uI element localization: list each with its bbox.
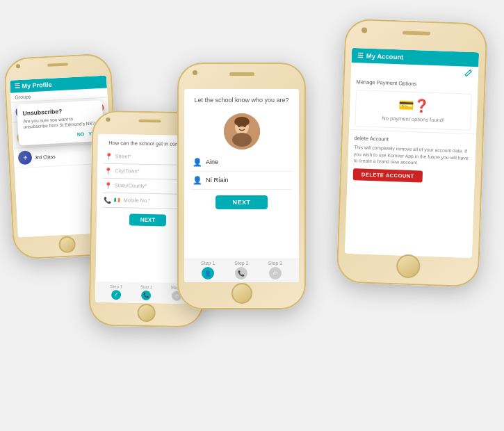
phone-my-account: ☰ My Account Manage Payment Options 💳❓ N… xyxy=(336,19,487,288)
step-1: Step 1 👤 xyxy=(201,261,215,279)
next-button[interactable]: NEXT xyxy=(216,195,267,209)
state-placeholder: State/County xyxy=(115,182,147,189)
delete-account-button[interactable]: DELETE ACCOUNT xyxy=(353,168,423,182)
avatar: ⚜ xyxy=(18,150,33,165)
street-placeholder: Street xyxy=(115,153,131,159)
phone1-home-button[interactable] xyxy=(58,236,76,253)
svg-point-2 xyxy=(232,133,252,147)
next-button[interactable]: NEXT xyxy=(129,213,167,226)
phone2-home-button[interactable] xyxy=(137,304,155,322)
phone4-hamburger-icon: ☰ xyxy=(357,51,364,59)
phone3-home-button[interactable] xyxy=(231,283,252,304)
payment-icon: 💳❓ xyxy=(361,96,466,115)
person-icon: 👤 xyxy=(193,176,202,185)
phone1-hamburger-icon: ☰ xyxy=(14,83,20,90)
identity-question: Let the school know who you are? xyxy=(184,89,299,109)
phone-icon: 📞 xyxy=(104,197,111,204)
last-name-field[interactable]: 👤 Ní Ríain xyxy=(191,172,292,190)
phone4-camera xyxy=(361,27,367,33)
flag-icon: 🇮🇪 xyxy=(114,197,120,203)
step3-label: Step 3 xyxy=(268,261,282,266)
dialog-buttons: NO YES xyxy=(24,131,98,140)
scene: ☰ My Profile Groups ⚜ St Edmond's NS − 🏅… xyxy=(0,0,504,431)
phone2-speaker xyxy=(138,120,161,123)
dialog-text: Are you sure you want to unsubscribe fro… xyxy=(23,115,98,130)
phone4-home-button[interactable] xyxy=(396,254,420,278)
phone4-content: ☰ My Account Manage Payment Options 💳❓ N… xyxy=(345,48,479,258)
phone2-camera xyxy=(106,117,110,122)
location-icon: 📍 xyxy=(104,168,112,174)
step-2: Step 2 📞 xyxy=(234,261,248,279)
step1-circle: 👤 xyxy=(202,267,214,279)
steps-indicator: Step 1 👤 Step 2 📞 Step 3 ⏱ xyxy=(184,258,299,282)
phone4-speaker xyxy=(402,31,430,35)
phone1-speaker xyxy=(47,63,68,67)
first-name-value: Aine xyxy=(206,158,218,165)
location-icon: 📍 xyxy=(104,153,112,160)
step1-label: Step 1 xyxy=(110,284,122,288)
step1-label: Step 1 xyxy=(201,261,215,266)
step-3: Step 3 ⏱ xyxy=(268,261,282,279)
phone1-camera xyxy=(16,64,20,68)
phone3-speaker xyxy=(229,72,254,76)
step2-circle: 📞 xyxy=(235,267,247,279)
dialog-no-button[interactable]: NO xyxy=(77,131,85,137)
no-payment-text: No payment options found! xyxy=(361,114,465,124)
svg-point-5 xyxy=(234,117,250,127)
phone-who-are-you: Let the school know who you are? xyxy=(177,63,306,309)
avatar-container xyxy=(184,113,299,149)
step1-circle: ✓ xyxy=(111,290,121,300)
step-1: Step 1 ✓ xyxy=(110,284,122,300)
phone3-screen: Let the school know who you are? xyxy=(184,89,299,282)
edit-icon[interactable] xyxy=(464,69,473,77)
phone4-title: My Account xyxy=(366,52,404,61)
city-placeholder: City/Town xyxy=(115,168,140,174)
step3-circle: ⏱ xyxy=(269,267,282,279)
user-avatar[interactable] xyxy=(224,113,260,149)
mobile-placeholder: Mobile No. xyxy=(123,197,150,204)
avatar-svg xyxy=(224,113,260,149)
payment-box: 💳❓ No payment options found! xyxy=(355,90,472,131)
phone1-title: My Profile xyxy=(22,81,51,90)
phone4-screen: ☰ My Account Manage Payment Options 💳❓ N… xyxy=(345,48,479,258)
step-2: Step 2 📞 xyxy=(140,285,153,300)
phone3-camera xyxy=(193,70,197,75)
step2-label: Step 2 xyxy=(234,261,248,266)
person-icon: 👤 xyxy=(193,158,202,167)
phone3-content: Let the school know who you are? xyxy=(184,89,299,282)
step2-circle: 📞 xyxy=(141,291,151,300)
location-icon: 📍 xyxy=(104,182,112,189)
delete-description: This will completely remove all of your … xyxy=(348,143,475,172)
step2-label: Step 2 xyxy=(140,285,152,289)
last-name-value: Ní Ríain xyxy=(206,177,229,184)
first-name-field[interactable]: 👤 Aine xyxy=(191,154,292,172)
